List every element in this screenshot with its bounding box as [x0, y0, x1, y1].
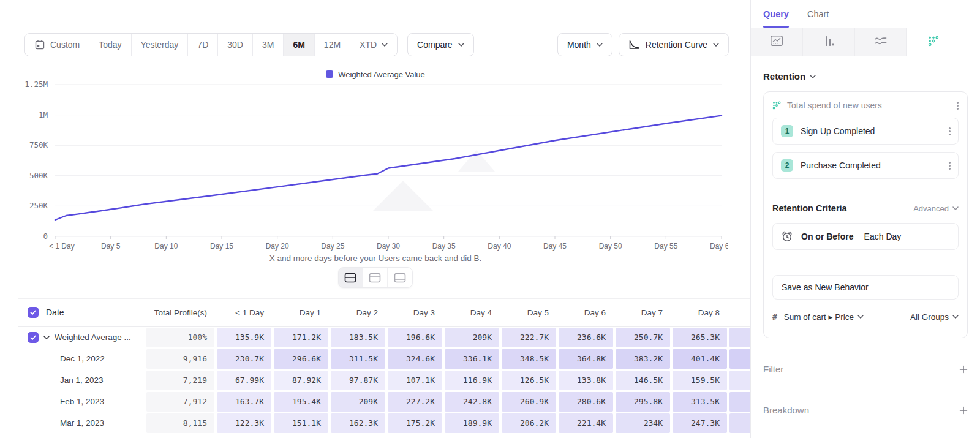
legend-label: Weighted Average Value	[338, 70, 425, 79]
kebab-menu-icon[interactable]	[949, 165, 951, 167]
table-row[interactable]: Jan 1, 20237,21967.99K87.92K97.87K107.1K…	[18, 369, 750, 391]
criteria-condition: On or Before	[801, 232, 854, 241]
step-label: Sign Up Completed	[801, 126, 875, 136]
row-expander-chevron-icon[interactable]	[43, 336, 50, 339]
retention-table: Date Total Profile(s) < 1 Day Day 1 Day …	[18, 298, 750, 434]
header-day-6: Day 6	[557, 308, 614, 317]
retention-value-cell: 195.4K	[274, 392, 328, 412]
chevron-down-icon	[597, 43, 603, 47]
retention-value-cell: 97.87K	[331, 371, 385, 390]
header-total-profiles: Total Profile(s)	[145, 308, 216, 317]
range-xtd[interactable]: XTD	[350, 34, 397, 56]
range-6m-active[interactable]: 6M	[284, 34, 314, 56]
breakdown-section: Breakdown	[763, 405, 968, 415]
retention-value-cell: 242.8K	[445, 392, 499, 412]
step-1-sign-up-completed[interactable]: 1 Sign Up Completed	[772, 118, 959, 145]
table-row[interactable]: Mar 1, 20238,115122.3K151.1K162.3K175.2K…	[18, 412, 750, 434]
range-30d[interactable]: 30D	[218, 34, 253, 56]
save-section: Save as New Behavior # Sum of cart ▸ Pri…	[772, 265, 959, 330]
row-checkbox[interactable]	[28, 332, 39, 343]
chevron-down-icon	[382, 43, 388, 47]
criteria-condition-row[interactable]: On or Before Each Day	[772, 223, 959, 250]
retention-value-cell: 247.3K	[673, 413, 727, 433]
retention-value-cell: 348.5K	[502, 349, 556, 369]
retention-value-cell: 250.7K	[616, 328, 670, 347]
layout-table-bottom-button[interactable]	[388, 268, 412, 287]
report-type-tabs	[751, 28, 980, 56]
tab-chart[interactable]: Chart	[807, 0, 829, 28]
add-filter-button[interactable]	[959, 365, 968, 374]
layout-chart-and-table-button[interactable]	[339, 268, 363, 287]
retention-section-dropdown[interactable]: Retention	[763, 71, 968, 81]
sidebar-tabbar: Query Chart	[751, 0, 980, 28]
tab-retention-active[interactable]	[907, 28, 959, 56]
retention-value-cell: 135.9K	[217, 328, 271, 347]
tab-insights[interactable]	[751, 28, 803, 56]
all-groups-dropdown[interactable]: All Groups	[910, 312, 959, 322]
date-range-segmented-control: Custom Today Yesterday 7D 30D 3M 6M 12M …	[24, 33, 398, 56]
svg-text:Day 30: Day 30	[377, 242, 400, 251]
kebab-menu-icon[interactable]	[949, 130, 951, 132]
step-number-badge: 1	[781, 125, 793, 137]
toolbar: Custom Today Yesterday 7D 30D 3M 6M 12M …	[24, 33, 729, 56]
table-row[interactable]: Feb 1, 20237,912163.7K195.4K209K227.2K24…	[18, 391, 750, 412]
range-label: Custom	[50, 40, 80, 50]
header-day-1: Day 1	[273, 308, 330, 317]
compare-button[interactable]: Compare	[407, 33, 474, 56]
main-panel: Custom Today Yesterday 7D 30D 3M 6M 12M …	[0, 0, 750, 438]
tab-funnels[interactable]	[803, 28, 855, 56]
granularity-dropdown[interactable]: Month	[557, 33, 612, 56]
sidebar-content: Retention Total spend of new user	[751, 71, 980, 415]
range-today[interactable]: Today	[89, 34, 131, 56]
add-breakdown-button[interactable]	[959, 406, 968, 415]
legend-item[interactable]: Weighted Average Value	[23, 67, 728, 81]
header-lt-1-day: < 1 Day	[216, 308, 273, 317]
table-row[interactable]: Weighted Average ...100%135.9K171.2K183.…	[18, 327, 750, 348]
measure-dropdown[interactable]: Sum of cart ▸ Price	[784, 312, 864, 322]
chart-type-dropdown[interactable]: Retention Curve	[619, 33, 729, 56]
criteria-value: Each Day	[864, 232, 902, 241]
retention-value-cell: 260.9K	[502, 392, 556, 412]
save-as-new-behavior-button[interactable]: Save as New Behavior	[772, 275, 959, 300]
retention-value-cell: 171.2K	[274, 328, 328, 347]
retention-value-cell: 206.2K	[502, 413, 556, 433]
calendar-icon	[34, 39, 45, 50]
svg-text:1.25M: 1.25M	[24, 81, 48, 89]
step-label: Purchase Completed	[801, 160, 881, 170]
retention-value-cell: 209K	[331, 392, 385, 412]
retention-value-cell: 401.4K	[673, 349, 727, 369]
header-day-8: Day 8	[671, 308, 728, 317]
date-cell: Feb 1, 2023	[18, 391, 145, 412]
range-custom[interactable]: Custom	[25, 34, 89, 56]
range-7d[interactable]: 7D	[188, 34, 218, 56]
tab-query[interactable]: Query	[763, 0, 789, 28]
retention-value-cell: 313.5K	[673, 392, 727, 412]
range-3m[interactable]: 3M	[253, 34, 284, 56]
retention-value-cell: 383.2K	[616, 349, 670, 369]
kebab-menu-icon[interactable]	[957, 105, 959, 107]
range-12m[interactable]: 12M	[315, 34, 350, 56]
row-label: Jan 1, 2023	[28, 376, 104, 385]
row-label: Feb 1, 2023	[28, 397, 104, 406]
row-label: Weighted Average ...	[55, 333, 131, 342]
retention-value-cell: 296.6K	[274, 349, 328, 369]
header-day-7: Day 7	[614, 308, 671, 317]
svg-text:750K: 750K	[29, 140, 48, 149]
range-yesterday[interactable]: Yesterday	[132, 34, 189, 56]
numeric-property-icon: #	[772, 312, 777, 322]
header-day-4: Day 4	[443, 308, 500, 317]
select-all-checkbox[interactable]	[28, 307, 39, 318]
retention-cell-overflow	[729, 349, 750, 369]
retention-value-cell: 122.3K	[217, 413, 271, 433]
layout-chart-top-button[interactable]	[363, 268, 388, 287]
behavior-card: Total spend of new users 1 Sign Up Compl…	[763, 91, 968, 338]
retention-value-cell: 234K	[616, 413, 670, 433]
retention-value-cell: 67.99K	[217, 371, 271, 390]
tab-flows[interactable]	[855, 28, 907, 56]
criteria-mode-dropdown[interactable]: Advanced	[913, 204, 959, 213]
table-row[interactable]: Dec 1, 20229,916230.7K296.6K311.5K324.6K…	[18, 348, 750, 369]
retention-value-cell: 311.5K	[331, 349, 385, 369]
svg-text:Day 35: Day 35	[432, 242, 456, 251]
step-2-purchase-completed[interactable]: 2 Purchase Completed	[772, 152, 959, 179]
retention-cell-overflow	[729, 392, 750, 412]
